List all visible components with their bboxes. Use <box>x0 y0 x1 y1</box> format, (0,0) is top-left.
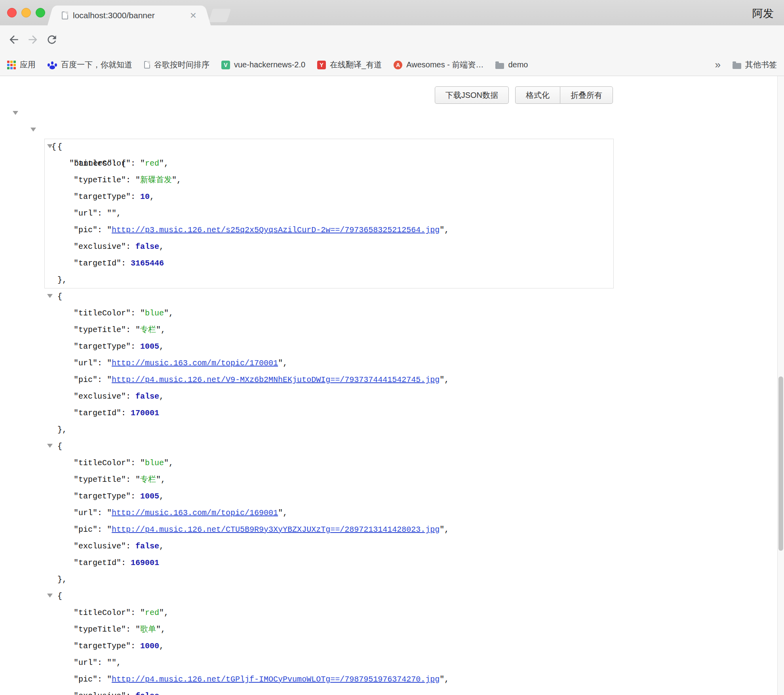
json-key: "targetId" <box>74 409 121 418</box>
bookmark-apps[interactable]: 应用 <box>7 59 36 70</box>
window-minimize-button[interactable] <box>21 8 31 17</box>
collapse-toggle-icon[interactable] <box>13 111 18 115</box>
collapse-toggle-icon[interactable] <box>47 144 53 148</box>
json-key: "pic" <box>74 675 97 684</box>
window-close-button[interactable] <box>7 8 17 17</box>
json-property-line-pic: "pic": "http://p3.music.126.net/s25q2x5Q… <box>0 222 615 239</box>
collapse-toggle-icon[interactable] <box>30 128 36 132</box>
json-property-line-titleColor: "titleColor": "red", <box>0 155 615 172</box>
json-key: "targetType" <box>74 192 131 201</box>
json-link-value[interactable]: http://music.163.com/m/topic/170001 <box>112 359 278 368</box>
json-object-open-line: { <box>0 139 615 155</box>
json-toolbar: 下载JSON数据 格式化 折叠所有 <box>0 86 615 104</box>
json-number-value: 1000 <box>140 642 159 651</box>
reload-button[interactable] <box>44 32 60 48</box>
bookmark-baidu[interactable]: 百度一下，你就知道 <box>48 59 132 70</box>
json-key: "typeTitle" <box>74 625 126 634</box>
download-json-button[interactable]: 下载JSON数据 <box>435 86 509 104</box>
json-tree: { "banners": [ {"titleColor": "red","typ… <box>0 105 615 695</box>
json-punctuation: }, <box>57 425 67 434</box>
json-punctuation: " <box>112 209 116 218</box>
json-string-value: red <box>145 159 159 168</box>
json-boolean-value: false <box>135 542 159 551</box>
awesomes-icon: A <box>394 61 402 69</box>
collapse-all-button[interactable]: 折叠所有 <box>560 86 613 104</box>
json-punctuation: : <box>131 192 140 201</box>
format-button[interactable]: 格式化 <box>515 86 560 104</box>
json-object-close-line: }, <box>0 571 615 588</box>
window-zoom-button[interactable] <box>36 8 45 17</box>
json-punctuation: : <box>121 409 131 418</box>
json-banner-object-1: {"titleColor": "red","typeTitle": "新碟首发"… <box>0 139 615 288</box>
json-link-value[interactable]: http://p3.music.126.net/s25q2x5QyqsAzilC… <box>112 225 440 235</box>
bookmarks-overflow-icon[interactable]: » <box>715 59 721 71</box>
profile-name[interactable]: 阿发 <box>752 6 774 21</box>
json-punctuation: { <box>57 592 62 601</box>
json-punctuation: " <box>107 225 112 235</box>
json-punctuation: " <box>112 658 116 667</box>
json-punctuation: : <box>126 542 135 551</box>
scrollbar-thumb[interactable] <box>778 376 783 551</box>
json-punctuation: " <box>140 458 145 468</box>
json-punctuation: " <box>159 608 164 617</box>
json-key: "targetId" <box>74 259 121 268</box>
json-punctuation: : <box>97 675 107 684</box>
bookmark-google-sort[interactable]: 谷歌按时间排序 <box>144 59 209 70</box>
json-punctuation: " <box>278 359 283 368</box>
json-punctuation: , <box>444 675 449 684</box>
json-link-value[interactable]: http://music.163.com/m/topic/169001 <box>112 508 278 517</box>
collapse-toggle-icon[interactable] <box>47 444 53 448</box>
tab-close-icon[interactable]: × <box>190 10 196 21</box>
json-punctuation: " <box>140 159 145 168</box>
json-key: "typeTitle" <box>74 475 126 484</box>
json-punctuation: , <box>444 225 449 235</box>
json-link-value[interactable]: http://p4.music.126.net/V9-MXz6b2MNhEKju… <box>112 375 440 384</box>
json-boolean-value: false <box>135 691 159 695</box>
new-tab-button[interactable] <box>208 9 231 22</box>
json-property-line-targetId: "targetId": 170001 <box>0 405 615 422</box>
json-link-value[interactable]: http://p4.music.126.net/tGPljf-IMOCyPvum… <box>112 675 440 684</box>
collapse-toggle-icon[interactable] <box>47 594 53 598</box>
other-bookmarks[interactable]: 其他书签 <box>733 59 777 70</box>
json-punctuation: : <box>126 392 135 401</box>
json-punctuation: " <box>140 309 145 318</box>
json-punctuation: " <box>172 176 177 185</box>
forward-button[interactable] <box>25 32 41 48</box>
json-punctuation: : <box>131 608 140 617</box>
json-key: "exclusive" <box>74 691 126 695</box>
json-banners-open-line: "banners": [ <box>0 122 615 139</box>
bookmark-folder-demo[interactable]: demo <box>495 60 528 69</box>
json-key: "url" <box>74 508 97 517</box>
json-object-close-line: }, <box>0 422 615 438</box>
bookmark-vue-hackernews[interactable]: V vue-hackernews-2.0 <box>221 60 305 69</box>
page-content: 下载JSON数据 格式化 折叠所有 { "banners": [ {"title… <box>0 76 777 695</box>
json-property-line-exclusive: "exclusive": false, <box>0 688 615 695</box>
json-punctuation: : <box>121 558 131 567</box>
json-number-value: 170001 <box>131 409 159 418</box>
page-icon <box>144 61 150 69</box>
json-punctuation: , <box>283 508 287 517</box>
json-property-line-targetType: "targetType": 1000, <box>0 638 615 655</box>
json-string-value: blue <box>145 309 164 318</box>
json-property-line-targetType: "targetType": 1005, <box>0 338 615 355</box>
collapse-toggle-icon[interactable] <box>47 294 53 298</box>
page-favicon-icon <box>62 11 68 19</box>
json-boolean-value: false <box>135 242 159 251</box>
json-punctuation: " <box>440 375 444 384</box>
bookmark-awesomes[interactable]: A Awesomes - 前端资… <box>394 59 483 70</box>
json-punctuation: : <box>126 242 135 251</box>
json-number-value: 169001 <box>131 558 159 567</box>
back-button[interactable] <box>6 32 22 48</box>
json-property-line-titleColor: "titleColor": "red", <box>0 605 615 621</box>
json-link-value[interactable]: http://p4.music.126.net/CTU5B9R9y3XyYBZX… <box>112 525 440 534</box>
folder-icon <box>733 63 741 69</box>
json-property-line-targetType: "targetType": 10, <box>0 189 615 205</box>
json-punctuation: " <box>156 625 161 634</box>
json-key: "pic" <box>74 525 97 534</box>
bookmark-youdao[interactable]: Y 在线翻译_有道 <box>317 59 382 70</box>
json-punctuation: , <box>169 309 173 318</box>
json-string-value: 歌单 <box>140 625 156 634</box>
json-punctuation: , <box>177 176 181 185</box>
back-arrow-icon <box>8 33 20 46</box>
browser-tab[interactable]: localhost:3000/banner × <box>55 6 203 25</box>
